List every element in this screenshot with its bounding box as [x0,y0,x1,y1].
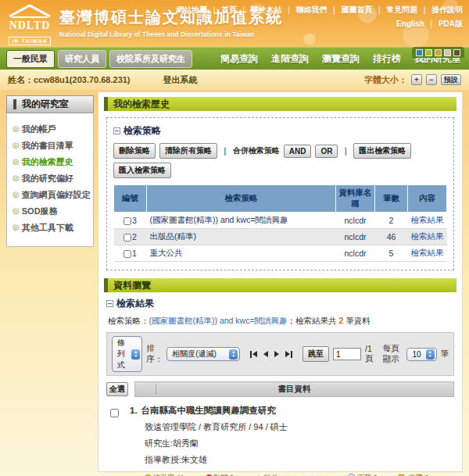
next-page-icon[interactable] [274,351,279,357]
select-all-button[interactable]: 全選 [106,382,128,396]
strategy-number: 1 [132,249,137,258]
main-panel: 我的檢索歷史 檢索策略 刪除策略清除所有策略｜合併檢索策略ANDOR｜匯出檢索策… [98,91,463,472]
strategy-button-2[interactable]: 清除所有策略 [159,143,217,159]
sidebar-item-label: 我的帳戶 [22,123,56,136]
language-links: English｜PDA版 [396,19,463,30]
font-increase-button[interactable]: + [411,74,422,85]
sidebar-item-1[interactable]: ◎我的帳戶 [13,123,91,136]
logout-link[interactable]: 登出系統 [163,74,198,86]
header-link-1[interactable]: 網站地圖 [176,5,207,14]
audience-tab-2[interactable]: 研究人員 [58,50,106,68]
nav-link-3[interactable]: 瀏覽查詢 [322,52,360,66]
results-box-title-text: 檢索結果 [116,297,154,310]
strategy-button-1[interactable]: 刪除策略 [113,143,156,159]
result-checkbox[interactable] [110,409,119,417]
result-advisor: 指導教授:朱文雄 [145,454,454,466]
theme-swatch-3[interactable] [435,49,442,56]
jump-button[interactable]: 跳至 [303,346,329,362]
lang-link-2[interactable]: PDA版 [439,20,463,28]
result-student: 研究生:胡秀蘭 [145,438,454,449]
browse-section-title: 資料瀏覽 [113,279,151,292]
jump-page-input[interactable] [333,348,361,360]
sidebar-item-label: 我的研究偏好 [22,173,73,185]
result-info-post: 筆資料 [343,316,370,325]
pediment-roof-icon [8,4,52,18]
last-page-icon[interactable] [285,351,292,358]
result-stats-row: 被引用:41點閱:0★評分:☆☆☆☆☆下載:0收藏:0 [145,473,454,476]
header-link-2[interactable]: 首頁 [221,5,237,14]
bullet-icon: ◎ [13,206,20,217]
strategy-hit-count: 5 [375,245,408,262]
font-decrease-button[interactable]: − [426,74,437,85]
ndltd-logo-icon: NDLTD IN TAIWAN [6,4,53,46]
header-link-4[interactable]: 聯絡我們 [296,5,328,14]
sort-value: 相關度(遞減) [172,349,217,360]
sidebar: 我的研究室 ◎我的帳戶◎我的書目清單◎我的檢索歷史◎我的研究偏好◎查詢網頁偏好設… [6,95,94,247]
nav-link-1[interactable]: 簡易查詢 [220,52,258,66]
first-page-icon[interactable] [250,351,257,358]
strategy-row-checkbox[interactable] [124,217,131,225]
link-separator: ｜ [428,20,435,28]
sidebar-item-label: 其他工具下載 [22,222,73,234]
strategy-io-button-2[interactable]: 匯入檢索策略 [113,163,171,178]
lang-link-1[interactable]: English [396,20,424,28]
strategy-result-cell: 檢索結果 [408,229,447,245]
sidebar-item-2[interactable]: ◎我的書目清單 [13,140,91,152]
per-page-select[interactable]: 10 ▲▼ [406,348,436,361]
header-link-5[interactable]: 國圖首頁 [341,5,372,14]
view-results-link[interactable]: 檢索結果 [411,248,444,257]
cited-stat-label: 被引用:41 [153,473,184,476]
theme-swatch-1[interactable] [416,49,423,56]
strategy-hit-count: 46 [375,229,408,245]
strategy-row-2: 2出版品(精準)nclcdr46檢索結果 [114,229,447,245]
main-nav-bar: 一般民眾研究人員校院系所及研究生 簡易查詢進階查詢瀏覽查詢排行榜我的研究室 [0,47,469,70]
link-separator: ｜ [285,5,293,14]
sidebar-item-label: 我的檢索歷史 [22,156,73,169]
header-link-7[interactable]: 操作說明 [431,5,463,14]
sidebar-item-7[interactable]: ◎其他工具下載 [13,222,91,234]
font-default-button[interactable]: 預設 [441,74,461,85]
nav-link-4[interactable]: 排行榜 [373,52,401,66]
pagination-top [250,351,292,358]
section-accent-bar [104,278,108,292]
result-title-link[interactable]: 台南縣高中職生閱讀興趣調查研究 [141,406,277,415]
view-results-link[interactable]: 檢索結果 [411,231,444,241]
sidebar-item-6[interactable]: ◎SOD服務 [13,206,91,218]
cited-icon [143,473,153,476]
view-results-link[interactable]: 檢索結果 [411,215,444,224]
strategy-row-checkbox[interactable] [124,250,131,258]
sidebar-header: 我的研究室 [6,95,94,113]
results-box-title: 檢索結果 [106,297,454,310]
sidebar-menu: ◎我的帳戶◎我的書目清單◎我的檢索歷史◎我的研究偏好◎查詢網頁偏好設定◎SOD服… [6,113,94,247]
strategy-row-checkbox[interactable] [124,234,131,242]
merge-op-button-and[interactable]: AND [284,145,312,158]
nav-link-2[interactable]: 進階查詢 [271,52,309,66]
audience-tab-1[interactable]: 一般民眾 [6,50,55,68]
header-link-3[interactable]: 關於本站 [251,5,282,14]
merge-op-button-or[interactable]: OR [315,145,338,158]
strategy-number: 2 [132,232,137,242]
strategy-hit-count: 2 [375,213,408,229]
theme-swatch-4[interactable] [444,49,451,56]
theme-swatch-2[interactable] [425,49,432,56]
strategy-io-button-1[interactable]: 匯出檢索策略 [353,143,411,159]
sidebar-item-4[interactable]: ◎我的研究偏好 [13,173,91,185]
theme-swatch-5[interactable] [453,49,460,56]
collapse-icon[interactable] [106,300,113,307]
prev-page-icon[interactable] [263,351,268,357]
strategy-row-number: 3 [114,213,147,229]
sidebar-item-3[interactable]: ◎我的檢索歷史 [13,156,91,169]
site-header: NDLTD IN TAIWAN 臺灣博碩士論文知識加值系統 National D… [0,0,469,47]
select-stepper-icon: ▲▼ [426,349,435,360]
strategy-row-1: 3(國家圖書館(精準)) and kwc=閱讀興趣nclcdr2檢索結果 [114,213,447,229]
sort-select[interactable]: 相關度(遞減) ▲▼ [166,347,240,361]
link-separator: ｜ [210,5,218,14]
collapse-icon[interactable] [113,127,120,134]
audience-tab-3[interactable]: 校院系所及研究生 [109,50,192,68]
strategy-row-3: 1重大公共nclcdr5檢索結果 [114,245,447,262]
strategy-col-header-4: 筆數 [375,185,408,213]
sidebar-item-5[interactable]: ◎查詢網頁偏好設定 [13,189,91,202]
result-checkbox-cell [106,405,130,476]
header-link-6[interactable]: 常見問題 [386,5,417,14]
view-mode-select[interactable]: 條列式 ▲▼ [112,336,142,372]
